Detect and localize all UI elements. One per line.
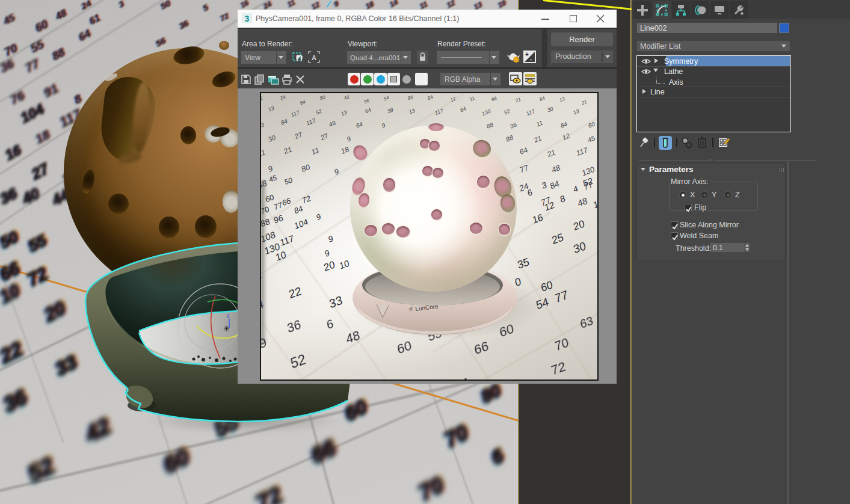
- svg-text:✳: ✳: [223, 324, 230, 333]
- svg-text:+: +: [525, 51, 529, 58]
- svg-text:y: y: [233, 321, 236, 326]
- svg-text:A: A: [312, 54, 316, 61]
- svg-text:-: -: [530, 56, 532, 63]
- svg-text:z: z: [227, 313, 230, 319]
